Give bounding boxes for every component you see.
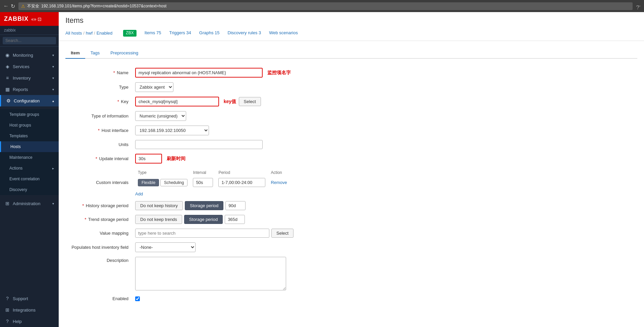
browser-nav-buttons[interactable]: ← ↻ (3, 3, 15, 9)
type-select[interactable]: Zabbix agent (135, 82, 173, 92)
sidebar-item-configuration[interactable]: ⚙ Configuration ▴ (0, 95, 59, 106)
key-select-button[interactable]: Select (239, 97, 261, 106)
page-title: Items (65, 16, 637, 25)
hosts-label: Hosts (10, 144, 21, 149)
update-interval-value-cell: 刷新时间 (132, 151, 637, 166)
history-value-input[interactable] (225, 201, 246, 210)
sidebar-item-inventory[interactable]: ≡ Inventory ▾ (0, 72, 59, 84)
tab-tags[interactable]: Tags (85, 48, 105, 59)
zbx-badge[interactable]: ZBX (123, 30, 136, 37)
sep2: / (94, 31, 95, 36)
add-interval-link[interactable]: Add (135, 191, 143, 196)
security-warning-text: 不安全 (27, 3, 39, 9)
type-of-info-row: Type of information Numeric (unsigned) N… (65, 109, 637, 123)
populates-value-cell: -None- Alias Asset tag (132, 240, 637, 254)
address-bar[interactable]: ⚠ 不安全 192.168.159.101/items.php?form=cre… (18, 2, 633, 10)
host-interface-select[interactable]: 192.168.159.102:10050 (135, 126, 209, 135)
sidebar-item-discovery[interactable]: Discovery (0, 184, 59, 195)
sidebar-item-label: Inventory (13, 76, 31, 81)
key-input[interactable] (135, 97, 219, 106)
sidebar-item-host-groups[interactable]: Host groups (0, 120, 59, 131)
event-correlation-label: Event correlation (9, 177, 40, 181)
value-mapping-select-button[interactable]: Select (271, 229, 293, 238)
tab-preprocessing[interactable]: Preprocessing (105, 48, 144, 59)
sidebar-item-integrations[interactable]: ⊞ Integrations (0, 304, 59, 316)
trend-value-input[interactable] (225, 215, 245, 224)
update-interval-annotation: 刷新时间 (167, 156, 185, 161)
trend-no-keep-button[interactable]: Do not keep trends (135, 215, 182, 224)
tab-web-scenarios[interactable]: Web scenarios (265, 28, 302, 38)
col-type-header: Type (135, 170, 190, 176)
reload-button[interactable]: ↻ (11, 3, 15, 9)
enabled-link[interactable]: Enabled (97, 31, 113, 36)
key-value-cell: key值 Select (132, 94, 637, 109)
history-no-keep-button[interactable]: Do not keep history (135, 201, 183, 210)
integrations-icon: ⊞ (5, 307, 10, 313)
sidebar-item-monitoring[interactable]: ◉ Monitoring ▾ (0, 49, 59, 61)
name-row: * Name 监控项名字 (65, 65, 637, 80)
remove-link[interactable]: Remove (271, 180, 287, 185)
host-groups-label: Host groups (9, 123, 31, 128)
flexible-button[interactable]: Flexible (138, 179, 159, 186)
chevron-icon: ▾ (52, 65, 54, 68)
host-interface-row: * Host interface 192.168.159.102:10050 (65, 123, 637, 138)
sidebar-item-administration[interactable]: ⊞ Administration ▾ (0, 198, 59, 209)
history-row: * History storage period Do not keep his… (65, 199, 637, 213)
sidebar-item-hosts[interactable]: Hosts (0, 141, 59, 152)
sidebar-item-help[interactable]: ? Help (0, 316, 59, 327)
update-interval-input[interactable] (135, 154, 162, 164)
tab-items[interactable]: Items 75 (141, 28, 165, 38)
key-label-cell: * Key (65, 94, 132, 109)
tab-discovery-rules[interactable]: Discovery rules 3 (224, 28, 265, 38)
search-input[interactable] (3, 37, 56, 44)
templates-label: Templates (9, 134, 28, 138)
sidebar-item-event-correlation[interactable]: Event correlation (0, 174, 59, 184)
chevron-icon: ▾ (52, 76, 54, 80)
scheduling-button[interactable]: Scheduling (160, 179, 187, 186)
tab-triggers[interactable]: Triggers 34 (165, 28, 195, 38)
trend-storage-period-button[interactable]: Storage period (184, 215, 223, 224)
template-groups-label: Template groups (9, 112, 39, 117)
app-container: ZABBIX «» ⊡ zabbix ◉ Monitoring ▾ ◈ Serv… (0, 12, 644, 327)
sidebar-item-label: Configuration (14, 98, 40, 103)
enabled-value-cell (132, 294, 637, 303)
enabled-checkbox[interactable] (135, 296, 140, 301)
name-input[interactable] (135, 68, 263, 78)
sidebar-item-actions[interactable]: Actions ▸ (0, 163, 59, 174)
type-of-info-select[interactable]: Numeric (unsigned) Numeric (float) Chara… (135, 111, 186, 121)
type-value-cell: Zabbix agent (132, 80, 637, 94)
tab-graphs[interactable]: Graphs 15 (195, 28, 224, 38)
sidebar-item-maintenance[interactable]: Maintenance (0, 152, 59, 163)
sidebar-search-area[interactable] (0, 35, 59, 47)
sidebar-item-services[interactable]: ◈ Services ▾ (0, 61, 59, 72)
description-row: Description (65, 254, 637, 294)
sidebar-item-templates[interactable]: Templates (0, 131, 59, 141)
value-mapping-input[interactable] (135, 229, 269, 238)
sidebar-item-label: Monitoring (13, 53, 33, 58)
type-of-info-label: Type of information (91, 113, 128, 119)
key-row: * Key key值 Select (65, 94, 637, 109)
history-storage-row: Do not keep history Storage period (135, 201, 635, 210)
sidebar-item-support[interactable]: ? Support (0, 293, 59, 304)
period-input[interactable] (218, 178, 265, 187)
custom-intervals-row: Custom intervals Type Interval Period Ac… (65, 166, 637, 199)
required-marker: * (117, 99, 119, 104)
inventory-icon: ≡ (5, 75, 10, 81)
tab-item[interactable]: Item (65, 48, 85, 59)
populates-select[interactable]: -None- Alias Asset tag (135, 242, 196, 252)
sidebar-item-reports[interactable]: ▦ Reports ▾ (0, 84, 59, 95)
sidebar-item-template-groups[interactable]: Template groups (0, 109, 59, 120)
enabled-label: Enabled (112, 296, 128, 301)
type-label-cell: Type (65, 80, 132, 94)
history-label: History storage period (86, 203, 128, 208)
reports-icon: ▦ (5, 87, 10, 92)
trend-row: * Trend storage period Do not keep trend… (65, 213, 637, 226)
interval-input[interactable] (193, 178, 213, 187)
hwf-link[interactable]: hwf (86, 31, 93, 36)
name-annotation: 监控项名字 (267, 70, 291, 75)
all-hosts-link[interactable]: All hosts (65, 31, 82, 36)
history-storage-period-button[interactable]: Storage period (185, 201, 223, 210)
units-input[interactable] (135, 140, 263, 149)
back-button[interactable]: ← (3, 3, 9, 9)
description-textarea[interactable] (135, 257, 286, 290)
